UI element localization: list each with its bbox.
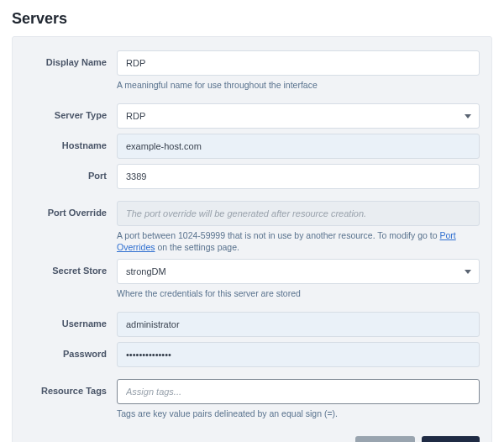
row-display-name: Display Name A meaningful name for use t… (24, 50, 480, 92)
label-port: Port (24, 164, 117, 181)
hint-port-override: A port between 1024-59999 that is not in… (117, 229, 480, 254)
label-port-override: Port Override (24, 201, 117, 218)
username-input[interactable] (117, 312, 480, 337)
hint-display-name: A meaningful name for use throughout the… (117, 79, 480, 92)
row-password: Password (24, 342, 480, 367)
actions-bar: cancel create (24, 436, 480, 442)
label-password: Password (24, 342, 117, 359)
row-secret-store: Secret Store strongDM Where the credenti… (24, 259, 480, 300)
label-resource-tags: Resource Tags (24, 379, 117, 396)
display-name-input[interactable] (117, 50, 480, 76)
row-server-type: Server Type RDP (24, 103, 480, 129)
hint-port-override-suffix: on the settings page. (155, 242, 239, 252)
create-button[interactable]: create (422, 436, 480, 442)
page-title: Servers (12, 10, 492, 28)
label-server-type: Server Type (24, 103, 117, 120)
port-override-input (117, 201, 480, 226)
hint-resource-tags: Tags are key value pairs delineated by a… (117, 408, 480, 420)
row-resource-tags: Resource Tags Tags are key value pairs d… (24, 379, 480, 420)
password-input[interactable] (117, 342, 480, 367)
label-hostname: Hostname (24, 134, 117, 150)
hostname-input[interactable] (117, 134, 480, 159)
label-display-name: Display Name (24, 50, 117, 67)
row-username: Username (24, 312, 480, 337)
label-username: Username (24, 312, 117, 329)
hint-secret-store: Where the credentials for this server ar… (117, 287, 480, 300)
row-port-override: Port Override A port between 1024-59999 … (24, 201, 480, 254)
server-type-select[interactable]: RDP (117, 103, 480, 129)
hint-port-override-prefix: A port between 1024-59999 that is not in… (117, 230, 439, 240)
row-port: Port (24, 164, 480, 189)
port-input[interactable] (117, 164, 480, 189)
secret-store-select[interactable]: strongDM (117, 259, 480, 284)
label-secret-store: Secret Store (24, 259, 117, 276)
cancel-button[interactable]: cancel (355, 436, 415, 442)
form-panel: Display Name A meaningful name for use t… (12, 36, 492, 442)
resource-tags-input[interactable] (117, 379, 480, 404)
row-hostname: Hostname (24, 134, 480, 159)
